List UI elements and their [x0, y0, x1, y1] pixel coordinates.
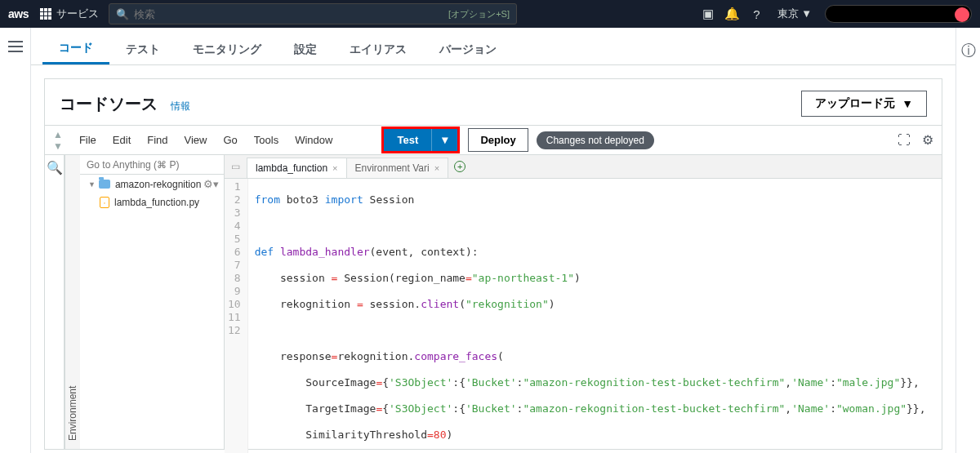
goto-anything-input[interactable]	[87, 159, 217, 171]
panel-title: コードソース 情報	[60, 93, 190, 115]
settings-gear-icon[interactable]: ⚙	[922, 132, 933, 148]
services-menu[interactable]: サービス	[40, 7, 99, 21]
notifications-icon[interactable]: 🔔	[720, 7, 745, 21]
tree-file-item[interactable]: ◦ lambda_function.py	[80, 193, 224, 211]
help-icon[interactable]: ?	[745, 7, 769, 21]
tab-test[interactable]: テスト	[109, 34, 176, 64]
code-source-panel: コードソース 情報 アップロード元▼ ▲▼ File Edit Find Vie…	[44, 78, 942, 450]
tab-code[interactable]: コード	[42, 33, 109, 64]
chevron-down-icon: ▼	[902, 97, 913, 110]
add-tab-icon[interactable]: +	[454, 161, 466, 172]
changes-not-deployed-badge: Changes not deployed	[537, 131, 654, 149]
grid-icon	[40, 8, 51, 20]
collapse-icon[interactable]: ▲▼	[53, 129, 63, 152]
main-content: コード テスト モニタリング 設定 エイリアス バージョン コードソース 情報 …	[31, 28, 956, 453]
menu-tools[interactable]: Tools	[246, 134, 287, 146]
python-file-icon: ◦	[100, 197, 109, 208]
aws-header: aws サービス 🔍 [オプション+S] ▣ 🔔 ? 東京 ▼ ▼	[0, 0, 980, 28]
aws-logo[interactable]: aws	[8, 7, 29, 20]
line-gutter: 123456789101112	[225, 179, 248, 453]
search-gutter[interactable]: 🔍	[45, 155, 65, 449]
search-input[interactable]	[134, 8, 448, 20]
tab-versions[interactable]: バージョン	[423, 34, 513, 64]
magnifier-icon: 🔍	[47, 160, 63, 175]
close-icon[interactable]: ×	[332, 163, 337, 173]
function-tabs: コード テスト モニタリング 設定 エイリアス バージョン	[31, 28, 956, 65]
search-shortcut-hint: [オプション+S]	[448, 8, 510, 20]
nav-toggle-icon[interactable]	[8, 41, 23, 52]
close-icon[interactable]: ×	[434, 163, 439, 173]
search-icon: 🔍	[116, 8, 129, 20]
menu-file[interactable]: File	[71, 134, 105, 146]
editor-tab-envvars[interactable]: Environment Vari×	[346, 158, 449, 178]
chevron-down-icon: ▼	[88, 180, 96, 189]
code-area[interactable]: 123456789101112 from boto3 import Sessio…	[225, 179, 942, 453]
menu-view[interactable]: View	[176, 134, 216, 146]
services-label: サービス	[56, 7, 99, 21]
editor-tabstrip: ▭ lambda_function× Environment Vari× +	[225, 155, 942, 179]
menu-find[interactable]: Find	[139, 134, 176, 146]
upload-from-button[interactable]: アップロード元▼	[801, 91, 927, 117]
global-search[interactable]: 🔍 [オプション+S]	[109, 3, 517, 24]
account-menu[interactable]: ▼	[825, 5, 972, 23]
code-text[interactable]: from boto3 import Session def lambda_han…	[248, 179, 933, 453]
menu-window[interactable]: Window	[287, 134, 341, 146]
environment-tab[interactable]: Environment	[65, 155, 80, 449]
tab-monitoring[interactable]: モニタリング	[176, 34, 278, 64]
info-link[interactable]: 情報	[171, 100, 190, 112]
right-rail: ⓘ	[956, 28, 980, 453]
test-button[interactable]: Test	[384, 129, 432, 151]
deploy-button[interactable]: Deploy	[468, 128, 528, 152]
tab-aliases[interactable]: エイリアス	[333, 34, 423, 64]
tree-root-folder[interactable]: ▼ amazon-rekognition ⚙▾	[80, 175, 224, 193]
tab-list-icon[interactable]: ▭	[225, 161, 247, 172]
file-explorer: 🔍 Environment ▼ amazon-rekognition ⚙▾	[45, 155, 225, 449]
folder-icon	[99, 180, 110, 189]
menu-go[interactable]: Go	[216, 134, 246, 146]
test-button-highlight: Test ▼	[381, 127, 460, 153]
tab-settings[interactable]: 設定	[278, 34, 333, 64]
left-rail	[0, 28, 31, 453]
ide: ▲▼ File Edit Find View Go Tools Window T…	[45, 125, 942, 449]
fullscreen-icon[interactable]: ⛶	[898, 133, 911, 148]
info-circle-icon[interactable]: ⓘ	[961, 41, 976, 60]
menu-edit[interactable]: Edit	[105, 134, 139, 146]
cloudshell-icon[interactable]: ▣	[696, 7, 720, 21]
test-dropdown-button[interactable]: ▼	[432, 129, 457, 151]
folder-gear-icon[interactable]: ⚙▾	[203, 178, 219, 190]
editor: ▭ lambda_function× Environment Vari× + 1…	[225, 155, 942, 449]
editor-tab-lambda[interactable]: lambda_function×	[247, 158, 347, 178]
region-selector[interactable]: 東京 ▼	[777, 7, 812, 21]
ide-menubar: ▲▼ File Edit Find View Go Tools Window T…	[45, 126, 942, 155]
